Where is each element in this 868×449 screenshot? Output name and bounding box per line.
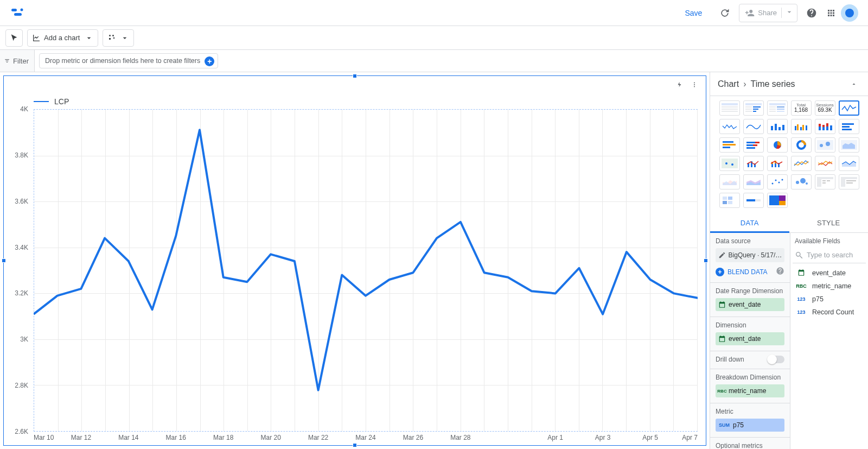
metric-field[interactable]: SUM p75 <box>716 419 784 432</box>
thumb-table-heat[interactable] <box>767 100 788 116</box>
filter-icon <box>4 56 10 65</box>
apps-button[interactable] <box>821 3 841 23</box>
svg-rect-82 <box>822 180 826 181</box>
thumb-bubble[interactable] <box>791 174 812 189</box>
svg-rect-96 <box>746 199 755 201</box>
svg-rect-47 <box>723 141 733 143</box>
share-label: Share <box>758 9 777 17</box>
svg-point-77 <box>800 178 806 184</box>
thumb-bar[interactable] <box>767 119 788 134</box>
svg-rect-11 <box>722 106 738 107</box>
field-item[interactable]: 123Record Count <box>795 306 864 319</box>
svg-point-62 <box>725 162 727 165</box>
thumb-hstack[interactable] <box>743 137 764 153</box>
refresh-button[interactable] <box>715 3 735 23</box>
data-source-chip[interactable]: BigQuery · 5/17/2… <box>716 248 784 262</box>
thumb-pivot[interactable] <box>815 174 835 189</box>
svg-rect-88 <box>846 180 856 181</box>
chart-menu[interactable] <box>688 78 701 91</box>
field-search[interactable]: Type to search <box>793 247 866 263</box>
svg-rect-10 <box>722 103 738 105</box>
thumb-hbar2[interactable] <box>719 137 740 153</box>
thumb-donut[interactable] <box>791 137 812 153</box>
field-item[interactable]: 123p75 <box>795 293 864 306</box>
blend-help-icon[interactable] <box>776 267 784 277</box>
thumb-pie[interactable] <box>767 137 788 153</box>
help-button[interactable] <box>802 3 821 23</box>
report-canvas[interactable]: LCP 4K3.8K3.6K3.4K3.2K3K2.8K2.6K Mar 10M… <box>0 72 710 449</box>
community-viz-button[interactable] <box>103 29 134 47</box>
dimension-field[interactable]: event_date <box>716 332 784 345</box>
svg-rect-46 <box>842 129 852 130</box>
resize-handle-s[interactable] <box>353 443 357 447</box>
thumb-line[interactable] <box>839 100 859 116</box>
svg-rect-19 <box>745 111 752 112</box>
svg-rect-5 <box>109 38 111 40</box>
panel-breadcrumb: Chart › Time series <box>718 79 795 89</box>
resize-handle-w[interactable] <box>2 258 6 263</box>
filter-label: Filter <box>0 50 35 72</box>
thumb-scorecard-b[interactable]: Sessions69.3K <box>815 100 835 116</box>
panel-collapse[interactable] <box>847 78 860 91</box>
add-chart-button[interactable]: Add a chart <box>27 29 98 47</box>
thumb-area2[interactable] <box>719 174 740 189</box>
thumb-stacked-area[interactable] <box>743 174 764 189</box>
svg-rect-92 <box>728 197 732 200</box>
svg-rect-25 <box>777 109 784 110</box>
resize-handle-e[interactable] <box>704 258 708 263</box>
thumb-pivot-heat[interactable] <box>719 193 740 208</box>
svg-point-63 <box>731 163 733 166</box>
thumb-area[interactable] <box>839 156 859 171</box>
tab-style[interactable]: STYLE <box>789 213 869 232</box>
svg-rect-24 <box>769 109 776 110</box>
date-range-heading: Date Range Dimension <box>716 287 784 295</box>
thumb-geo-fill[interactable] <box>839 137 859 153</box>
svg-point-7 <box>694 84 695 85</box>
search-icon <box>795 251 803 260</box>
thumb-multiline[interactable] <box>791 156 812 171</box>
add-chart-label: Add a chart <box>44 34 80 42</box>
save-link[interactable]: Save <box>685 9 702 17</box>
breakdown-field[interactable]: RBC metric_name <box>716 384 784 397</box>
thumb-bullet[interactable] <box>743 193 764 208</box>
svg-rect-48 <box>723 144 736 146</box>
thumb-treemap[interactable] <box>767 193 788 208</box>
thumb-smoothline[interactable] <box>743 119 764 134</box>
thumb-grouped-bar[interactable] <box>791 119 812 134</box>
account-avatar[interactable] <box>841 4 858 22</box>
share-button[interactable]: Share <box>739 4 797 22</box>
thumb-combo[interactable] <box>743 156 764 171</box>
thumb-multiline2[interactable] <box>815 156 835 171</box>
thumb-stacked-combo[interactable] <box>767 156 788 171</box>
time-series-chart[interactable]: LCP 4K3.8K3.6K3.4K3.2K3K2.8K2.6K Mar 10M… <box>7 78 703 444</box>
chart-quick-action[interactable] <box>673 78 686 91</box>
field-item[interactable]: RBCmetric_name <box>795 280 864 293</box>
select-tool[interactable] <box>5 29 23 47</box>
svg-rect-23 <box>777 106 784 107</box>
svg-rect-57 <box>817 140 833 150</box>
drill-down-toggle[interactable] <box>768 356 784 363</box>
thumb-spark[interactable] <box>719 119 740 134</box>
svg-point-2 <box>21 8 23 11</box>
thumb-geo-bubble[interactable] <box>815 137 835 153</box>
metric-heading: Metric <box>716 408 784 415</box>
data-config: Data source BigQuery · 5/17/2… + BLEND D… <box>710 233 790 449</box>
thumb-stacked-bar[interactable] <box>815 119 835 134</box>
share-dropdown-caret[interactable] <box>781 8 794 18</box>
chart-plot: 4K3.8K3.6K3.4K3.2K3K2.8K2.6K Mar 10Mar 1… <box>8 109 700 444</box>
blend-data-link[interactable]: + BLEND DATA <box>716 268 768 276</box>
filter-dropzone[interactable]: Drop metric or dimension fields here to … <box>39 53 218 68</box>
svg-rect-87 <box>841 177 845 187</box>
date-range-field[interactable]: event_date <box>716 298 784 311</box>
field-item[interactable]: event_date <box>795 267 864 280</box>
thumb-scorecard-a[interactable]: Total1,168 <box>791 100 812 116</box>
add-filter-icon[interactable]: + <box>205 56 214 66</box>
tab-data[interactable]: DATA <box>710 213 789 233</box>
thumb-table[interactable] <box>719 100 740 116</box>
thumb-hbar[interactable] <box>839 119 859 134</box>
thumb-map[interactable] <box>719 156 740 171</box>
thumb-table-bars[interactable] <box>743 100 764 116</box>
thumb-scatter[interactable] <box>767 174 788 189</box>
thumb-pivot2[interactable] <box>839 174 859 189</box>
svg-point-72 <box>771 183 773 185</box>
